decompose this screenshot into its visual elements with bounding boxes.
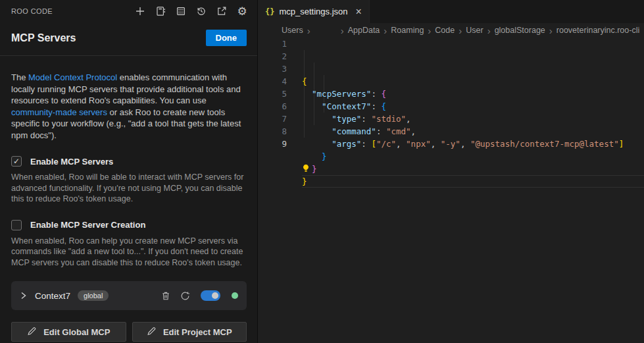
tab-mcp-settings[interactable]: {} mcp_settings.json × (258, 0, 370, 23)
pencil-icon (27, 327, 36, 338)
code-token: : (371, 101, 381, 111)
enable-mcp-servers-checkbox[interactable]: ✓ (11, 156, 22, 167)
code-token: { (381, 101, 386, 111)
code-token: , (411, 126, 416, 136)
page-title: MCP Servers (11, 32, 76, 44)
breadcrumb-item[interactable]: globalStorage (495, 26, 545, 35)
code-token: "args" (332, 139, 361, 149)
close-icon[interactable]: × (356, 7, 362, 17)
code-token (302, 139, 332, 149)
code-token (302, 89, 312, 99)
code-line[interactable]: "command": "cmd", (302, 125, 644, 138)
line-number: 1 (258, 38, 287, 50)
json-icon: {} (265, 7, 274, 16)
code-token: "type" (332, 114, 361, 124)
link-model-context-protocol[interactable]: Model Context Protocol (28, 72, 117, 82)
code-token: "/c" (376, 139, 396, 149)
done-button[interactable]: Done (206, 30, 247, 46)
code-token: "cmd" (386, 126, 411, 136)
setting-enable-mcp-servers: ✓ Enable MCP Servers When enabled, Roo w… (11, 156, 247, 205)
code-token (302, 101, 322, 111)
enable-mcp-server-creation-checkbox[interactable]: ✓ (11, 220, 22, 230)
server-status-dot (232, 292, 238, 299)
server-enabled-toggle[interactable] (201, 290, 220, 301)
history-icon[interactable] (195, 5, 207, 17)
button-label: Edit Global MCP (43, 327, 110, 337)
gear-icon[interactable]: ⚙︎ (236, 5, 248, 17)
toggle-knob (212, 292, 218, 299)
line-number: 7 (258, 113, 287, 125)
code-line[interactable]: } (302, 163, 644, 175)
code-token: , (406, 114, 411, 124)
code-token: : (361, 114, 371, 124)
code-line[interactable]: "mcpServers": { (302, 88, 644, 100)
vscode-window: ROO CODE ⚙︎ MCP (0, 0, 644, 343)
code-line[interactable]: } (302, 150, 644, 163)
link-community-made-servers[interactable]: community-made servers (11, 107, 107, 117)
line-number: 2 (258, 50, 287, 63)
code-line[interactable]: } (302, 175, 644, 188)
plus-icon[interactable] (134, 5, 146, 17)
breadcrumb-item[interactable]: Users (282, 26, 303, 35)
mcp-server-row: Context7 global (11, 281, 247, 310)
code-token: "npx" (406, 139, 431, 149)
breadcrumb-separator: › (384, 26, 387, 36)
restart-icon[interactable] (179, 290, 191, 302)
code-token: } (312, 164, 317, 174)
code-token: , (431, 139, 441, 149)
breadcrumb-item[interactable]: Roaming (391, 26, 424, 35)
checkbox-label: Enable MCP Server Creation (30, 220, 145, 230)
chevron-right-icon[interactable] (20, 291, 28, 300)
breadcrumb-separator: › (549, 26, 553, 36)
intro-text: The Model Context Protocol enables commu… (11, 72, 247, 141)
code-token: ] (619, 139, 624, 149)
breadcrumb-separator: › (428, 26, 431, 36)
notebook-icon[interactable] (155, 5, 166, 17)
panel-header: ROO CODE ⚙︎ (0, 0, 257, 22)
breadcrumb-item[interactable]: Code (435, 26, 455, 35)
breadcrumb-item[interactable]: AppData (348, 26, 380, 35)
setting-enable-mcp-server-creation: ✓ Enable MCP Server Creation When enable… (11, 220, 247, 269)
code-token: "mcpServers" (312, 89, 371, 99)
server-scope-badge: global (78, 290, 109, 301)
extension-title: ROO CODE (11, 7, 53, 15)
code-token (302, 151, 322, 161)
breadcrumb-item[interactable]: rooveterinaryinc.roo-cli (557, 26, 639, 35)
code-token: "command" (332, 126, 376, 136)
code-token: } (302, 176, 307, 186)
trash-icon[interactable] (160, 290, 172, 302)
breadcrumb-separator: › (307, 26, 310, 36)
code-line[interactable]: { (302, 75, 644, 88)
code-token: } (322, 151, 327, 161)
code-editor[interactable]: 123456789 { "mcpServers": { "Context7": … (258, 38, 644, 343)
breadcrumb-item[interactable]: User (466, 26, 483, 35)
code-line[interactable]: "Context7": { (302, 100, 644, 113)
code-token: [ (371, 139, 376, 149)
editor-area: {} mcp_settings.json × Users››AppData›Ro… (258, 0, 644, 343)
edit-global-mcp-button[interactable]: Edit Global MCP (11, 322, 126, 342)
popout-icon[interactable] (216, 5, 228, 17)
breadcrumb-separator: › (487, 26, 491, 36)
code-token: : (361, 139, 371, 149)
breadcrumb-separator: › (458, 26, 462, 36)
breadcrumb-separator: › (341, 26, 344, 36)
mcp-edit-actions: Edit Global MCP Edit Project MCP (11, 322, 247, 342)
code-content[interactable]: { "mcpServers": { "Context7": { "type": … (287, 38, 644, 343)
code-line[interactable]: "args": ["/c", "npx", "-y", "@upstash/co… (302, 138, 644, 150)
setting-description: When enabled, Roo will be able to intera… (11, 172, 247, 205)
code-token: , (460, 139, 470, 149)
code-token: : (376, 126, 386, 136)
lightbulb-icon[interactable] (302, 163, 312, 176)
server-icon[interactable] (175, 5, 187, 17)
line-number: 8 (258, 125, 287, 138)
pencil-icon (147, 327, 156, 338)
panel-toolbar: ⚙︎ (134, 5, 248, 17)
code-token: : (371, 89, 381, 99)
line-number: 9 (258, 138, 287, 150)
checkmark-icon: ✓ (13, 157, 20, 165)
breadcrumb: Users››AppData›Roaming›Code›User›globalS… (258, 23, 644, 38)
setting-description: When enabled, Roo can help you create ne… (11, 236, 247, 269)
edit-project-mcp-button[interactable]: Edit Project MCP (132, 322, 247, 342)
code-line[interactable]: "type": "stdio", (302, 113, 644, 125)
line-number: 5 (258, 88, 287, 100)
